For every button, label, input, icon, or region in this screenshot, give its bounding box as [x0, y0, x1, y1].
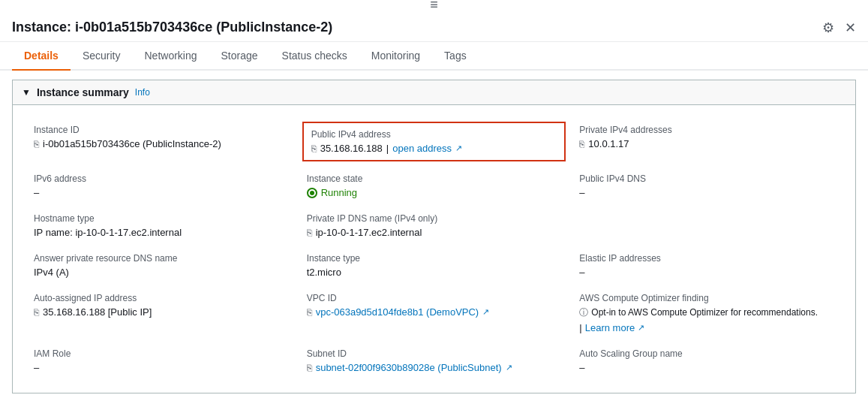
subnet-id-link[interactable]: subnet-02f00f9630b89028e (PublicSubnet) — [316, 362, 502, 373]
copy-subnet-id-icon[interactable]: ⎘ — [307, 363, 312, 373]
section-header: ▼ Instance summary Info — [12, 80, 856, 104]
empty-cell-r3c3 — [570, 206, 843, 246]
tab-details[interactable]: Details — [12, 42, 71, 71]
learn-more-link[interactable]: Learn more — [585, 322, 635, 333]
tab-storage[interactable]: Storage — [209, 42, 270, 71]
private-dns-value: ⎘ ip-10-0-1-17.ec2.internal — [307, 227, 562, 238]
section-title: Instance summary — [37, 86, 129, 98]
elastic-ip-value: – — [579, 267, 834, 278]
subnet-id-value: ⎘ subnet-02f00f9630b89028e (PublicSubnet… — [307, 362, 562, 373]
public-ipv4-dns-label: Public IPv4 DNS — [579, 173, 834, 184]
main-content: ▼ Instance summary Info Instance ID ⎘ i-… — [0, 71, 868, 402]
private-dns-text: ip-10-0-1-17.ec2.internal — [316, 227, 422, 238]
tab-status-checks[interactable]: Status checks — [270, 42, 359, 71]
hostname-type-value: IP name: ip-10-0-1-17.ec2.internal — [34, 227, 289, 238]
public-ipv4-label: Public IPv4 address — [311, 129, 557, 140]
tabs-bar: Details Security Networking Storage Stat… — [0, 42, 868, 71]
iam-role-value: – — [34, 362, 289, 373]
private-ipv4-cell: Private IPv4 addresses ⎘ 10.0.1.17 — [570, 117, 843, 166]
settings-button[interactable]: ⚙ — [822, 21, 834, 35]
iam-role-cell: IAM Role – — [25, 341, 298, 381]
tab-security[interactable]: Security — [71, 42, 133, 71]
vpc-id-label: VPC ID — [307, 293, 562, 303]
running-dot-icon — [307, 188, 317, 198]
auto-assigned-ip-value: ⎘ 35.168.16.188 [Public IP] — [34, 306, 289, 318]
auto-scaling-value: – — [579, 362, 834, 373]
private-dns-label: Private IP DNS name (IPv4 only) — [307, 213, 562, 224]
open-address-link[interactable]: open address — [392, 143, 452, 154]
toggle-icon[interactable]: ▼ — [22, 87, 31, 98]
elastic-ip-cell: Elastic IP addresses – — [570, 246, 843, 285]
copy-public-ipv4-icon[interactable]: ⎘ — [311, 143, 317, 154]
details-grid: Instance ID ⎘ i-0b01a515b703436ce (Publi… — [25, 117, 843, 381]
copy-auto-assigned-icon[interactable]: ⎘ — [34, 307, 39, 318]
instance-state-value: Running — [307, 187, 562, 198]
auto-assigned-ip-text: 35.168.16.188 [Public IP] — [43, 306, 152, 318]
answer-private-value: IPv4 (A) — [34, 267, 289, 278]
answer-private-label: Answer private resource DNS name — [34, 253, 289, 264]
iam-role-label: IAM Role — [34, 348, 289, 359]
auto-scaling-label: Auto Scaling Group name — [579, 348, 834, 359]
aws-compute-label: AWS Compute Optimizer finding — [579, 293, 834, 303]
auto-assigned-ip-cell: Auto-assigned IP address ⎘ 35.168.16.188… — [25, 285, 298, 341]
compute-info-icon: ⓘ — [579, 306, 588, 319]
tab-monitoring[interactable]: Monitoring — [359, 42, 432, 71]
private-ipv4-text: 10.0.1.17 — [588, 138, 629, 149]
instance-id-value: ⎘ i-0b01a515b703436ce (PublicInstance-2) — [34, 138, 289, 149]
subnet-external-icon: ↗ — [506, 363, 512, 372]
vpc-id-cell: VPC ID ⎘ vpc-063a9d5d104fde8b1 (DemoVPC)… — [298, 285, 571, 341]
elastic-ip-label: Elastic IP addresses — [579, 253, 834, 264]
instance-type-cell: Instance type t2.micro — [298, 246, 571, 285]
auto-assigned-ip-label: Auto-assigned IP address — [34, 293, 289, 303]
instance-id-cell: Instance ID ⎘ i-0b01a515b703436ce (Publi… — [25, 117, 298, 166]
instance-type-label: Instance type — [307, 253, 562, 264]
copy-private-ipv4-icon[interactable]: ⎘ — [579, 139, 584, 149]
instance-type-value: t2.micro — [307, 267, 562, 278]
public-ipv4-separator: | — [386, 143, 389, 154]
tab-tags[interactable]: Tags — [432, 42, 479, 71]
tab-networking[interactable]: Networking — [133, 42, 209, 71]
running-text: Running — [321, 187, 357, 198]
public-ipv4-dns-value: – — [579, 187, 834, 198]
pipe-separator: | — [579, 322, 581, 333]
window-controls: ⚙ ✕ — [822, 21, 856, 35]
open-address-external-icon: ↗ — [455, 143, 462, 153]
instance-id-label: Instance ID — [34, 125, 289, 135]
public-ipv4-value: ⎘ 35.168.16.188 | open address ↗ — [311, 143, 557, 154]
private-ipv4-value: ⎘ 10.0.1.17 — [579, 138, 834, 149]
window-title: Instance: i-0b01a515b703436ce (PublicIns… — [12, 20, 332, 35]
info-link[interactable]: Info — [135, 87, 150, 98]
public-ipv4-highlight-box: Public IPv4 address ⎘ 35.168.16.188 | op… — [302, 122, 566, 161]
public-ipv4-dns-cell: Public IPv4 DNS – — [570, 166, 843, 206]
top-bar: ≡ — [0, 0, 868, 11]
hamburger-icon[interactable]: ≡ — [430, 0, 438, 13]
vpc-external-icon: ↗ — [482, 307, 489, 317]
aws-compute-value: ⓘ Opt-in to AWS Compute Optimizer for re… — [579, 306, 834, 333]
copy-private-dns-icon[interactable]: ⎘ — [307, 228, 312, 238]
subnet-id-label: Subnet ID — [307, 348, 562, 359]
ipv6-value: – — [34, 187, 289, 198]
window-header: Instance: i-0b01a515b703436ce (PublicIns… — [0, 11, 868, 42]
public-ipv4-cell: Public IPv4 address ⎘ 35.168.16.188 | op… — [298, 117, 571, 166]
instance-state-cell: Instance state Running — [298, 166, 571, 206]
vpc-id-link[interactable]: vpc-063a9d5d104fde8b1 (DemoVPC) — [316, 306, 479, 318]
aws-compute-text: Opt-in to AWS Compute Optimizer for reco… — [591, 306, 818, 319]
vpc-id-value: ⎘ vpc-063a9d5d104fde8b1 (DemoVPC) ↗ — [307, 306, 562, 318]
subnet-id-cell: Subnet ID ⎘ subnet-02f00f9630b89028e (Pu… — [298, 341, 571, 381]
hostname-type-label: Hostname type — [34, 213, 289, 224]
public-ipv4-ip: 35.168.16.188 — [320, 143, 383, 154]
close-button[interactable]: ✕ — [845, 21, 856, 35]
ipv6-label: IPv6 address — [34, 173, 289, 184]
aws-compute-cell: AWS Compute Optimizer finding ⓘ Opt-in t… — [570, 285, 843, 341]
instance-state-label: Instance state — [307, 173, 562, 184]
private-dns-cell: Private IP DNS name (IPv4 only) ⎘ ip-10-… — [298, 206, 571, 246]
copy-instance-id-icon[interactable]: ⎘ — [34, 139, 39, 149]
details-grid-wrapper: Instance ID ⎘ i-0b01a515b703436ce (Publi… — [12, 104, 856, 393]
auto-scaling-cell: Auto Scaling Group name – — [570, 341, 843, 381]
private-ipv4-label: Private IPv4 addresses — [579, 125, 834, 135]
copy-vpc-id-icon[interactable]: ⎘ — [307, 307, 312, 318]
learn-more-external-icon: ↗ — [638, 323, 644, 333]
answer-private-cell: Answer private resource DNS name IPv4 (A… — [25, 246, 298, 285]
instance-id-text: i-0b01a515b703436ce (PublicInstance-2) — [43, 138, 221, 149]
ipv6-cell: IPv6 address – — [25, 166, 298, 206]
